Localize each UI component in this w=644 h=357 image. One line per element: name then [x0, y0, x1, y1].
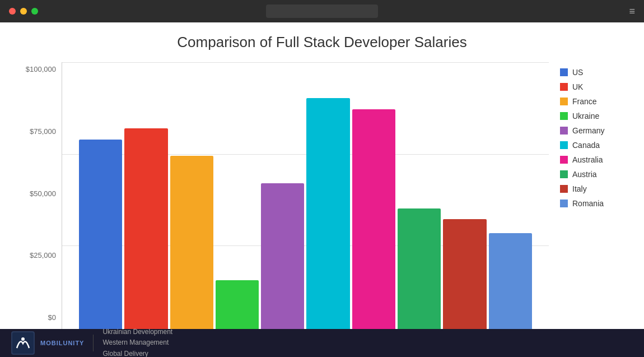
legend-label-romania: Romania: [572, 199, 604, 208]
legend-label-italy: Italy: [572, 184, 587, 193]
plot-area: [62, 62, 549, 339]
close-button[interactable]: [9, 8, 16, 15]
legend-item-austria: Austria: [560, 170, 627, 179]
legend-item-germany: Germany: [560, 126, 627, 135]
chart-container: $100,000$75,000$50,000$25,000$0 Full Sta…: [17, 62, 549, 351]
legend-color-ukraine: [560, 112, 568, 120]
y-axis-label: $50,000: [30, 189, 56, 198]
legend-item-ukraine: Ukraine: [560, 112, 627, 120]
legend-color-canada: [560, 141, 568, 149]
legend-color-italy: [560, 185, 568, 193]
legend-label-us: US: [572, 68, 583, 77]
legend-item-canada: Canada: [560, 141, 627, 150]
legend-color-us: [560, 68, 568, 76]
legend-color-germany: [560, 127, 568, 135]
legend-color-france: [560, 98, 568, 105]
y-axis-label: $100,000: [26, 65, 56, 73]
footer: MOBILUNITY Ukrainian Development Western…: [0, 329, 644, 357]
legend-label-uk: UK: [572, 82, 583, 91]
footer-logo: MOBILUNITY: [11, 331, 84, 355]
y-axis-label: $0: [48, 313, 56, 322]
bar-germany[interactable]: [261, 183, 304, 338]
traffic-lights: [9, 8, 38, 15]
legend-item-italy: Italy: [560, 184, 627, 193]
bar-austria[interactable]: [398, 208, 441, 338]
url-bar[interactable]: [266, 4, 378, 18]
legend-label-australia: Australia: [572, 155, 603, 164]
y-axis: $100,000$75,000$50,000$25,000$0: [17, 62, 62, 339]
legend-label-canada: Canada: [572, 141, 600, 150]
legend-item-australia: Australia: [560, 155, 627, 164]
chart-area: $100,000$75,000$50,000$25,000$0 Full Sta…: [17, 62, 627, 351]
bar-italy[interactable]: [443, 219, 486, 338]
legend-label-france: France: [572, 97, 597, 106]
legend-color-austria: [560, 170, 568, 178]
legend-label-austria: Austria: [572, 170, 597, 179]
bar-romania[interactable]: [489, 233, 532, 338]
legend-color-romania: [560, 200, 568, 207]
bar-france[interactable]: [170, 156, 213, 338]
company-name: MOBILUNITY: [40, 340, 84, 346]
main-content: Comparison of Full Stack Developer Salar…: [0, 22, 644, 357]
legend: USUKFranceUkraineGermanyCanadaAustraliaA…: [549, 62, 627, 351]
bar-uk[interactable]: [124, 128, 167, 338]
menu-icon[interactable]: ≡: [629, 6, 635, 17]
legend-label-germany: Germany: [572, 126, 605, 135]
titlebar: ≡: [0, 0, 644, 22]
chart-title: Comparison of Full Stack Developer Salar…: [177, 34, 466, 51]
y-axis-label: $25,000: [30, 251, 56, 259]
chart-inner: $100,000$75,000$50,000$25,000$0: [17, 62, 549, 339]
logo-icon: [11, 331, 35, 355]
legend-color-australia: [560, 156, 568, 164]
maximize-button[interactable]: [31, 8, 38, 15]
bar-canada[interactable]: [306, 98, 349, 338]
legend-label-ukraine: Ukraine: [572, 112, 599, 120]
bar-us[interactable]: [79, 140, 122, 338]
minimize-button[interactable]: [20, 8, 27, 15]
legend-color-uk: [560, 83, 568, 91]
footer-divider: [93, 335, 94, 351]
legend-item-france: France: [560, 97, 627, 106]
footer-text: Ukrainian Development Western Management…: [102, 327, 172, 357]
y-axis-label: $75,000: [30, 127, 56, 136]
svg-point-1: [21, 337, 25, 341]
legend-item-uk: UK: [560, 82, 627, 91]
legend-item-romania: Romania: [560, 199, 627, 208]
bar-australia[interactable]: [352, 109, 395, 338]
bars-container: [62, 62, 549, 338]
legend-item-us: US: [560, 68, 627, 77]
